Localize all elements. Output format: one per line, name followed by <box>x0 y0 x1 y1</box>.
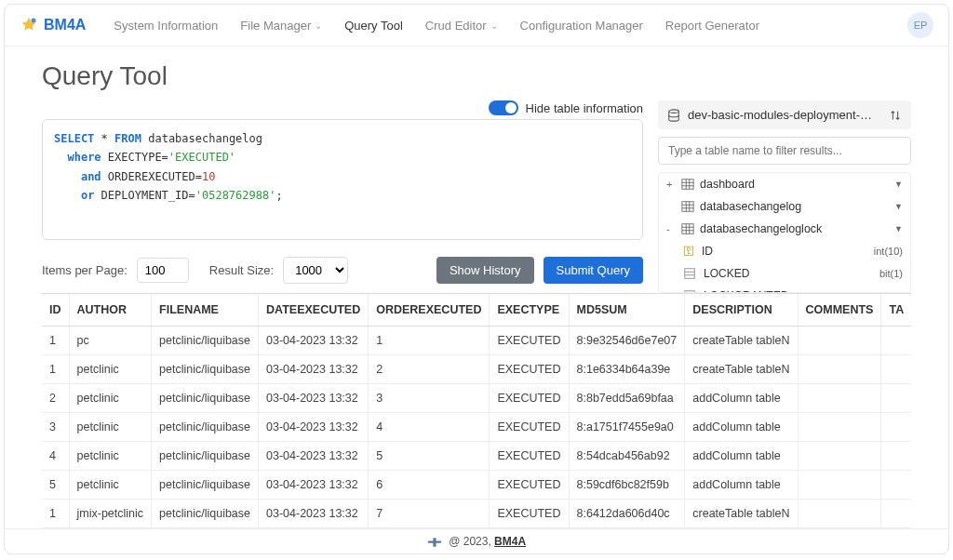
nav-file-manager[interactable]: File Manager⌄ <box>231 13 331 38</box>
tree-column[interactable]: LOCKGRANTEDdatetime(19) <box>659 285 910 293</box>
table-row[interactable]: 2petclinicpetclinic/liquibase03-04-2023 … <box>42 384 911 413</box>
nav-configuration-manager[interactable]: Configuration Manager <box>511 13 652 38</box>
svg-rect-2 <box>682 180 693 190</box>
nav-crud-editor[interactable]: Crud Editor⌄ <box>416 13 507 38</box>
result-size-label: Result Size: <box>209 263 274 277</box>
col-header[interactable]: AUTHOR <box>69 294 152 327</box>
chevron-down-icon: ⌄ <box>315 20 322 31</box>
tree-column[interactable]: LOCKEDbit(1) <box>659 262 910 285</box>
table-icon <box>681 178 694 191</box>
show-history-button[interactable]: Show History <box>436 257 534 284</box>
col-header[interactable]: DATEEXECUTED <box>259 294 369 327</box>
tree-column[interactable]: ⚿IDint(10) <box>659 240 910 262</box>
nav-query-tool[interactable]: Query Tool <box>335 13 412 38</box>
nav-report-generator[interactable]: Report Generator <box>656 13 769 38</box>
col-header[interactable]: EXECTYPE <box>490 294 569 327</box>
tree-toggle-icon[interactable]: - <box>666 223 676 234</box>
items-per-page-label: Items per Page: <box>42 263 128 277</box>
table-row[interactable]: 1petclinicpetclinic/liquibase03-04-2023 … <box>42 355 911 384</box>
sort-icon[interactable] <box>889 109 902 122</box>
caret-down-icon[interactable]: ▼ <box>894 224 903 233</box>
table-row[interactable]: 3petclinicpetclinic/liquibase03-04-2023 … <box>42 413 911 442</box>
table-icon <box>681 222 694 235</box>
svg-rect-7 <box>682 202 693 212</box>
database-header[interactable]: dev-basic-modules-deployment-main <box>658 100 911 129</box>
table-row[interactable]: 5petclinicpetclinic/liquibase03-04-2023 … <box>42 471 911 500</box>
key-icon: ⚿ <box>683 245 694 258</box>
col-header[interactable]: DESCRIPTION <box>685 294 798 327</box>
database-name: dev-basic-modules-deployment-main <box>688 108 881 122</box>
footer-brand-link[interactable]: BM4A <box>494 535 526 548</box>
submit-query-button[interactable]: Submit Query <box>544 257 643 284</box>
col-header[interactable]: ORDEREXECUTED <box>369 294 490 327</box>
table-row[interactable]: 4petclinicpetclinic/liquibase03-04-2023 … <box>42 442 911 471</box>
svg-point-1 <box>669 109 679 113</box>
result-size-select[interactable]: 1000 <box>283 257 348 284</box>
caret-down-icon[interactable]: ▼ <box>894 202 903 211</box>
tree-table-databasechangelog[interactable]: databasechangelog▼ <box>659 195 910 218</box>
table-row[interactable]: 1jmix-petclinicpetclinic/liquibase03-04-… <box>42 500 911 528</box>
tree-table-dashboard[interactable]: +dashboard▼ <box>659 173 910 195</box>
footer: @ 2023, BM4A <box>5 528 948 553</box>
table-icon <box>681 200 694 213</box>
column-icon <box>683 267 696 280</box>
col-header[interactable]: MD5SUM <box>569 294 685 327</box>
col-header[interactable]: ID <box>42 294 69 327</box>
svg-rect-27 <box>433 538 436 547</box>
caret-down-icon[interactable]: ▼ <box>894 180 903 189</box>
hide-table-toggle[interactable] <box>489 100 518 115</box>
results-table-container: IDAUTHORFILENAMEDATEEXECUTEDORDEREXECUTE… <box>42 293 911 528</box>
toggle-label: Hide table information <box>526 101 643 115</box>
table-tree: +dashboard▼databasechangelog▼-databasech… <box>658 172 911 293</box>
sql-editor[interactable]: SELECT * FROM databasechangelog where EX… <box>42 119 643 240</box>
chevron-down-icon: ⌄ <box>490 20 498 31</box>
footer-icon <box>427 537 442 548</box>
page-title: Query Tool <box>5 47 948 100</box>
navbar: BM4A System InformationFile Manager⌄Quer… <box>5 5 948 47</box>
svg-point-0 <box>32 19 36 23</box>
table-filter-input[interactable] <box>658 137 911 165</box>
col-header[interactable]: FILENAME <box>152 294 259 327</box>
logo[interactable]: BM4A <box>20 16 86 34</box>
svg-rect-17 <box>685 269 695 279</box>
col-header[interactable]: TA <box>881 294 911 327</box>
logo-icon <box>20 16 38 34</box>
results-table: IDAUTHORFILENAMEDATEEXECUTEDORDEREXECUTE… <box>42 294 911 528</box>
col-header[interactable]: COMMENTS <box>798 294 881 327</box>
tree-table-databasechangeloglock[interactable]: -databasechangeloglock▼ <box>659 218 910 240</box>
nav-system-information[interactable]: System Information <box>104 13 227 38</box>
avatar[interactable]: EP <box>907 12 933 38</box>
database-icon <box>667 109 680 122</box>
items-per-page-input[interactable] <box>137 258 189 283</box>
brand-text: BM4A <box>44 17 86 33</box>
svg-rect-12 <box>682 224 693 234</box>
tree-toggle-icon[interactable]: + <box>666 179 676 190</box>
table-row[interactable]: 1pcpetclinic/liquibase03-04-2023 13:321E… <box>42 327 911 355</box>
